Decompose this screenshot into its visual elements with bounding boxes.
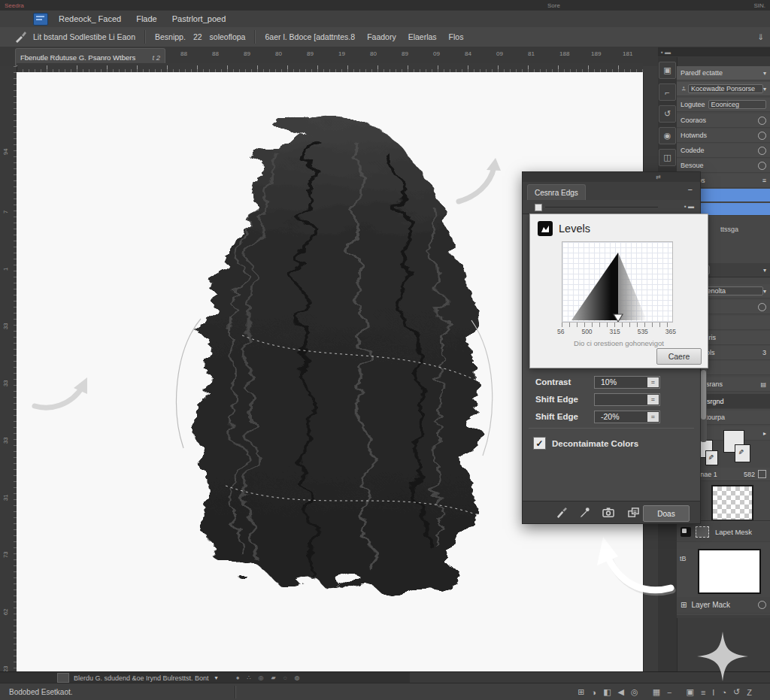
swatch-chip[interactable] [57, 673, 69, 683]
visibility-icon[interactable] [758, 147, 766, 155]
scrollbar-thumb[interactable] [701, 370, 706, 420]
menu-item-image[interactable]: Pastrlort_poed [172, 14, 226, 23]
flag-icon[interactable]: ▣ [687, 687, 694, 697]
slider-track[interactable] [545, 207, 658, 208]
layer-mask-row[interactable]: ⊞ Layer Mack [677, 597, 770, 614]
chevron-down-icon[interactable]: ▾ [763, 267, 766, 274]
mask-thumbnail[interactable] [698, 549, 761, 594]
option-flow[interactable]: 6aer l. Bdoce [adattntes.8 [265, 32, 355, 41]
dock-icon-layers[interactable]: ◫ [659, 149, 676, 166]
visibility-icon[interactable] [758, 132, 766, 140]
target-icon[interactable]: ◎ [631, 687, 638, 697]
bottom-mini-icons[interactable]: ●∴ ◎▰ ◌◍ [236, 674, 300, 681]
stepper-icon[interactable]: = [647, 377, 659, 387]
menu-item-file[interactable]: Redeock_ Faced [59, 14, 121, 23]
panel-list-item[interactable]: Codede [677, 144, 770, 158]
rotate-icon[interactable]: ↺ [733, 687, 740, 697]
list-item-value: 3 [762, 349, 766, 356]
visibility-icon[interactable] [758, 601, 766, 609]
style-thumbnail-large[interactable]: ✎ [723, 430, 753, 465]
vertical-ruler[interactable]: 94 7 1 33 33 33 31 73 62 23 172 [0, 66, 17, 671]
dots-icon: ∴ [247, 674, 250, 681]
dialog-slider-strip: ▪ ▬ [523, 200, 700, 214]
chevron-down-icon: ▾ [763, 86, 766, 92]
slider-knob[interactable] [535, 204, 542, 211]
eyedropper-icon[interactable] [579, 507, 590, 518]
camera-icon[interactable] [602, 507, 615, 518]
option-mode[interactable]: Besnipp. [155, 32, 186, 41]
shift-edge-value-2: -20% [601, 412, 620, 421]
pie-icon[interactable]: ◔ [721, 688, 726, 697]
minimize-icon[interactable]: − [688, 185, 693, 194]
options-bar: Lit bstand Sodlestibe Li Eaon Besnipp. 2… [0, 27, 770, 47]
play-back-icon[interactable]: ◀ [618, 687, 624, 697]
stepper-icon[interactable]: = [647, 395, 659, 405]
slider-controls[interactable]: ▪ ▬ [684, 203, 694, 210]
layer-mask-header[interactable]: Lapet Mesk [677, 523, 770, 542]
style-thumbnail-small[interactable]: ✎ [698, 440, 720, 467]
half-square-icon[interactable]: ◧ [603, 687, 611, 697]
option-opacity[interactable]: soleoflopa [210, 32, 246, 41]
dialog-footer: Doas [523, 501, 700, 523]
selection-icon[interactable] [696, 526, 709, 538]
dock-icon-info[interactable]: ⌐ [659, 83, 676, 101]
dock-icon-history[interactable]: ↺ [659, 105, 676, 123]
option-size[interactable]: 22 [193, 32, 202, 41]
decontaminate-checkbox[interactable]: ✓ [533, 437, 546, 450]
dock-collapse-bar[interactable]: ▪ ▬ [658, 47, 770, 56]
title-bar: Seedra Sore SIN. [0, 0, 770, 11]
shift-edge-input-2[interactable]: -20% = [594, 411, 660, 423]
levels-close-button[interactable]: Caere [656, 348, 702, 365]
tick-label: 315 [610, 328, 620, 335]
download-icon[interactable]: ⇓ [757, 32, 764, 41]
layers-icon[interactable] [627, 507, 640, 518]
minus-icon[interactable]: − [667, 688, 671, 697]
mask-icon[interactable] [681, 527, 691, 537]
zoom-icon[interactable]: Z [747, 688, 752, 697]
visibility-icon[interactable] [758, 117, 766, 125]
collapse-icon: ▪ ▬ [661, 49, 671, 56]
grid2-icon[interactable]: ▦ [653, 687, 660, 697]
dialog-done-button[interactable]: Doas [643, 505, 690, 522]
contrast-icon[interactable]: ◑ [592, 688, 597, 697]
dialog-tab[interactable]: Cesnra Edgs [527, 184, 586, 201]
status-icon-row[interactable]: ⊞ ◑ ◧ ◀ ◎ ▦ − ▣ ≡ I ◔ ↺ Z [578, 683, 752, 700]
ruler-number: 33 [2, 438, 9, 444]
tool-preset-label[interactable]: Lit bstand Sodlestibe Li Eaon [33, 32, 135, 41]
levels-histogram[interactable] [562, 241, 673, 323]
panel-row-legacy[interactable]: Logutee Eooniceg [677, 98, 770, 112]
visibility-icon[interactable] [758, 303, 766, 311]
option-smoothing[interactable]: Faadory [367, 32, 396, 41]
dialog-title-strip[interactable]: ⇄ [523, 172, 700, 182]
panel-list-item[interactable]: Cooraos [677, 114, 770, 128]
dock-icon-swatches[interactable]: ◉ [659, 127, 676, 144]
option-pressure[interactable]: Flos [449, 32, 464, 41]
ruler-number: 09 [496, 50, 503, 57]
contrast-input[interactable]: 10% = [594, 376, 660, 389]
panel-list-item[interactable]: Hotwnds [677, 129, 770, 143]
transparency-thumbnail[interactable] [711, 485, 753, 521]
chevron-down-icon[interactable]: ▾ [215, 674, 218, 681]
panel-header-adjustments[interactable]: Paredf ectatte ▾ [677, 66, 770, 80]
option-angle[interactable]: Elaerlas [408, 32, 437, 41]
list-icon[interactable]: ≡ [701, 688, 705, 697]
square-icon[interactable] [758, 470, 766, 478]
chevron-down-icon: ▾ [763, 70, 766, 77]
menu-item-edit[interactable]: Flade [136, 14, 157, 23]
type-icon[interactable]: I [712, 688, 714, 697]
panel-row-preset[interactable]: ↔↕ Kocewadte Ponsorse ▾ [677, 82, 770, 96]
grid-icon[interactable]: ⊞ [578, 687, 584, 697]
ruler-number: 09 [433, 50, 440, 57]
row-label: Logutee [681, 101, 705, 108]
expand-icon[interactable]: ▸ [763, 430, 766, 437]
ruler-number: 84 [465, 50, 471, 57]
dock-icon-histogram[interactable]: ▣ [659, 62, 676, 79]
brush-icon[interactable] [556, 507, 567, 518]
menu-icon[interactable]: ≡ [762, 177, 766, 184]
histogram-ticks [562, 323, 671, 327]
stepper-icon[interactable]: = [647, 412, 659, 422]
panel-scrollbar[interactable] [700, 367, 707, 442]
visibility-icon[interactable] [758, 162, 766, 170]
shift-edge-input-1[interactable]: = [594, 393, 660, 406]
brush-icon[interactable] [14, 30, 27, 44]
